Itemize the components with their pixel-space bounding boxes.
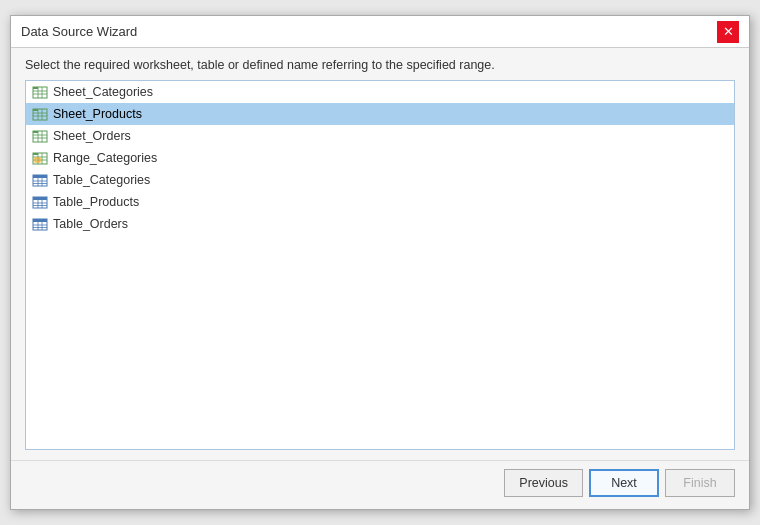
list-item-label: Sheet_Products bbox=[53, 107, 142, 121]
list-item[interactable]: Range_Categories bbox=[26, 147, 734, 169]
list-item-label: Table_Products bbox=[53, 195, 139, 209]
table-icon bbox=[32, 216, 48, 232]
sheet-icon bbox=[32, 106, 48, 122]
list-item[interactable]: Sheet_Orders bbox=[26, 125, 734, 147]
list-item-label: Table_Categories bbox=[53, 173, 150, 187]
svg-rect-24 bbox=[35, 158, 40, 162]
list-item[interactable]: Table_Orders bbox=[26, 213, 734, 235]
sheet-icon bbox=[32, 128, 48, 144]
next-button[interactable]: Next bbox=[589, 469, 659, 497]
svg-rect-7 bbox=[33, 109, 38, 111]
dialog-titlebar: Data Source Wizard ✕ bbox=[11, 16, 749, 48]
svg-rect-38 bbox=[33, 219, 47, 222]
list-item[interactable]: Table_Categories bbox=[26, 169, 734, 191]
close-icon: ✕ bbox=[723, 25, 734, 38]
svg-rect-1 bbox=[33, 87, 38, 89]
list-item[interactable]: Sheet_Categories bbox=[26, 81, 734, 103]
range-icon bbox=[32, 150, 48, 166]
list-item-label: Range_Categories bbox=[53, 151, 157, 165]
close-button[interactable]: ✕ bbox=[717, 21, 739, 43]
table-icon bbox=[32, 172, 48, 188]
svg-rect-19 bbox=[33, 153, 38, 155]
dialog-body: Sheet_Categories Sheet_Products Sheet_Or… bbox=[11, 80, 749, 460]
data-source-wizard-dialog: Data Source Wizard ✕ Select the required… bbox=[10, 15, 750, 510]
list-item-label: Sheet_Categories bbox=[53, 85, 153, 99]
sheet-icon bbox=[32, 84, 48, 100]
dialog-footer: Previous Next Finish bbox=[11, 460, 749, 509]
svg-rect-32 bbox=[33, 197, 47, 200]
dialog-instruction: Select the required worksheet, table or … bbox=[11, 48, 749, 80]
item-list[interactable]: Sheet_Categories Sheet_Products Sheet_Or… bbox=[25, 80, 735, 450]
list-item[interactable]: Table_Products bbox=[26, 191, 734, 213]
list-item[interactable]: Sheet_Products bbox=[26, 103, 734, 125]
previous-button[interactable]: Previous bbox=[504, 469, 583, 497]
svg-rect-26 bbox=[33, 175, 47, 178]
dialog-title: Data Source Wizard bbox=[21, 24, 137, 39]
list-item-label: Sheet_Orders bbox=[53, 129, 131, 143]
list-item-label: Table_Orders bbox=[53, 217, 128, 231]
table-icon bbox=[32, 194, 48, 210]
finish-button[interactable]: Finish bbox=[665, 469, 735, 497]
svg-rect-13 bbox=[33, 131, 38, 133]
